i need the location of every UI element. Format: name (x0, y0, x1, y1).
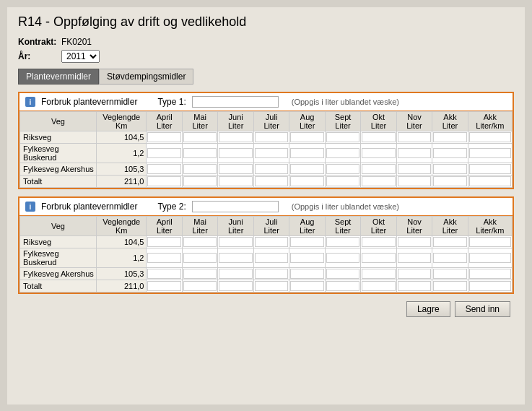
s2-buskerud-akk[interactable] (432, 248, 468, 268)
s1-riksveg-juni[interactable] (218, 131, 253, 144)
s1-buskerud-nov[interactable] (396, 144, 432, 163)
s1-riksveg-akk[interactable] (432, 131, 468, 144)
s1-buskerud-okt[interactable] (361, 144, 396, 163)
col2-header-april: AprilLiter (147, 217, 182, 236)
s2-riksveg-akkpkm[interactable] (468, 236, 512, 248)
s2-totalt-mai[interactable] (182, 280, 217, 293)
s1-riksveg-mai[interactable] (182, 131, 217, 144)
s2-riksveg-juni[interactable] (218, 236, 253, 248)
year-row: År: 2011 2009 2010 2012 2013 (18, 50, 514, 63)
col-header-sept: SeptLiter (325, 112, 360, 131)
s2-buskerud-juni[interactable] (218, 248, 253, 268)
section-1-unit-note: (Oppgis i liter ublandet væske) (292, 98, 399, 106)
s1-buskerud-april[interactable] (147, 144, 182, 163)
contract-label: Kontrakt: (18, 37, 58, 47)
s2-akershus-mai[interactable] (182, 268, 217, 280)
s2-akershus-akkpkm[interactable] (468, 268, 512, 280)
s1-riksveg-akkpkm[interactable] (468, 131, 512, 144)
s1-totalt-sept[interactable] (325, 176, 360, 188)
s1-akershus-juli[interactable] (253, 163, 289, 176)
s2-riksveg-mai[interactable] (182, 236, 217, 248)
s1-akershus-mai[interactable] (182, 163, 217, 176)
section-1-type-label: Type 1: (157, 97, 186, 107)
s2-buskerud-aug[interactable] (289, 248, 325, 268)
s1-buskerud-sept[interactable] (325, 144, 360, 163)
s2-totalt-akkpkm[interactable] (468, 280, 512, 293)
s1-totalt-juni[interactable] (218, 176, 253, 188)
s1-totalt-nov[interactable] (396, 176, 432, 188)
s2-riksveg-april[interactable] (147, 236, 182, 248)
s1-akershus-juni[interactable] (218, 163, 253, 176)
s2-riksveg-okt[interactable] (361, 236, 396, 248)
s2-riksveg-sept[interactable] (325, 236, 360, 248)
s2-totalt-okt[interactable] (361, 280, 396, 293)
s2-totalt-sept[interactable] (325, 280, 360, 293)
s2-totalt-aug[interactable] (289, 280, 325, 293)
s1-akershus-nov[interactable] (396, 163, 432, 176)
s1-akershus-aug[interactable] (289, 163, 325, 176)
s2-riksveg-akk[interactable] (432, 236, 468, 248)
s1-buskerud-mai[interactable] (182, 144, 217, 163)
tab-plantevernmidler[interactable]: Plantevernmidler (18, 69, 99, 85)
s1-akershus-akkpkm[interactable] (468, 163, 512, 176)
s1-totalt-okt[interactable] (361, 176, 396, 188)
table-row: Fylkesveg Akershus 105,3 (20, 163, 513, 176)
s1-totalt-mai[interactable] (182, 176, 217, 188)
s1-buskerud-aug[interactable] (289, 144, 325, 163)
s2-akershus-nov[interactable] (396, 268, 432, 280)
s1-totalt-akkpkm[interactable] (468, 176, 512, 188)
s2-riksveg-juli[interactable] (253, 236, 289, 248)
s1-buskerud-akkpkm[interactable] (468, 144, 512, 163)
s1-buskerud-juli[interactable] (253, 144, 289, 163)
s2-akershus-juni[interactable] (218, 268, 253, 280)
s2-buskerud-nov[interactable] (396, 248, 432, 268)
s1-totalt-akk[interactable] (432, 176, 468, 188)
s1-buskerud-akk[interactable] (432, 144, 468, 163)
tab-stovdempingsmidler[interactable]: Støvdempingsmidler (99, 69, 193, 85)
col-header-okt: OktLiter (361, 112, 396, 131)
section-2-type-input[interactable] (192, 201, 279, 212)
submit-button[interactable]: Send inn (455, 301, 510, 317)
s2-akershus-aug[interactable] (289, 268, 325, 280)
s2-totalt-april[interactable] (147, 280, 182, 293)
s2-akershus-april[interactable] (147, 268, 182, 280)
s2-buskerud-april[interactable] (147, 248, 182, 268)
s2-totalt-juni[interactable] (218, 280, 253, 293)
s2-akershus-okt[interactable] (361, 268, 396, 280)
s1-akershus-april[interactable] (147, 163, 182, 176)
s2-totalt-juli[interactable] (253, 280, 289, 293)
s2-buskerud-mai[interactable] (182, 248, 217, 268)
save-button[interactable]: Lagre (406, 301, 450, 317)
s2-riksveg-aug[interactable] (289, 236, 325, 248)
s1-akershus-okt[interactable] (361, 163, 396, 176)
s2-totalt-akk[interactable] (432, 280, 468, 293)
s2-buskerud-juli[interactable] (253, 248, 289, 268)
s1-riksveg-okt[interactable] (361, 131, 396, 144)
s1-totalt-april[interactable] (147, 176, 182, 188)
s1-totalt-aug[interactable] (289, 176, 325, 188)
col-header-akk: AkkLiter (432, 112, 468, 131)
s1-buskerud-juni[interactable] (218, 144, 253, 163)
s2-totalt-nov[interactable] (396, 280, 432, 293)
s1-riksveg-nov[interactable] (396, 131, 432, 144)
s1-akershus-akk[interactable] (432, 163, 468, 176)
section-1-type-input[interactable] (192, 96, 279, 108)
contract-row: Kontrakt: FK0201 (18, 37, 514, 47)
s1-riksveg-april[interactable] (147, 131, 182, 144)
col2-header-veg: Veg (20, 217, 97, 236)
s1-riksveg-aug[interactable] (289, 131, 325, 144)
s1-akershus-sept[interactable] (325, 163, 360, 176)
col-header-aug: AugLiter (289, 112, 325, 131)
s2-akershus-juli[interactable] (253, 268, 289, 280)
year-select[interactable]: 2011 2009 2010 2012 2013 (61, 50, 100, 63)
s2-akershus-akk[interactable] (432, 268, 468, 280)
s1-totalt-juli[interactable] (253, 176, 289, 188)
col-header-nov: NovLiter (396, 112, 432, 131)
s2-buskerud-sept[interactable] (325, 248, 360, 268)
s2-riksveg-nov[interactable] (396, 236, 432, 248)
s2-buskerud-okt[interactable] (361, 248, 396, 268)
s1-riksveg-juli[interactable] (253, 131, 289, 144)
s2-buskerud-akkpkm[interactable] (468, 248, 512, 268)
s1-riksveg-sept[interactable] (325, 131, 360, 144)
s2-akershus-sept[interactable] (325, 268, 360, 280)
